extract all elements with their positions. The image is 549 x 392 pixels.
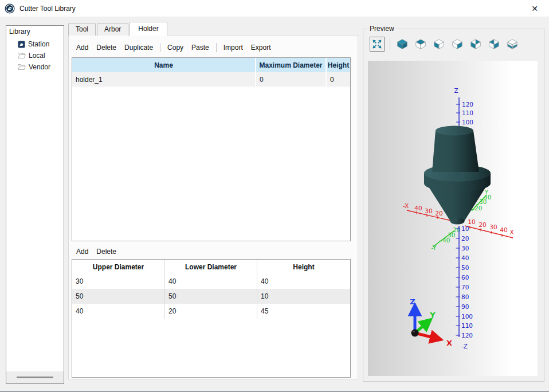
isometric-view-button[interactable] xyxy=(395,37,410,52)
sidebar-footer xyxy=(6,371,64,383)
preview-panel-label: Preview xyxy=(367,25,397,33)
z-tick-label: 10 xyxy=(461,225,469,232)
z-tick-label: 20 xyxy=(461,235,469,242)
library-tree: Station Local Vendor xyxy=(6,38,64,73)
table-row[interactable]: holder_1 0 0 xyxy=(72,72,350,88)
triad-y-label: Y xyxy=(429,311,436,319)
resize-grip[interactable] xyxy=(17,377,53,378)
holders-table: Name Maximum Diameter Height holder_1 0 … xyxy=(72,57,351,241)
table-row[interactable]: 50 50 10 xyxy=(72,289,350,304)
folder-icon xyxy=(18,52,26,59)
tab-tool[interactable]: Tool xyxy=(68,23,96,36)
y-axis-neg-label: -Y xyxy=(432,244,437,251)
add-holder-button[interactable]: Add xyxy=(72,42,92,53)
z-tick-label: 90 xyxy=(461,303,469,310)
bottom-view-button[interactable] xyxy=(505,37,520,52)
column-header-height: Height xyxy=(257,260,350,274)
sidebar-item-vendor[interactable]: Vendor xyxy=(6,61,64,73)
cell-holder-max-diameter[interactable]: 0 xyxy=(256,72,327,87)
copy-button[interactable]: Copy xyxy=(163,42,187,53)
segments-toolbar: Add Delete xyxy=(72,245,120,258)
sidebar-item-local[interactable]: Local xyxy=(6,50,64,61)
x-tick-label: 30 xyxy=(425,207,432,214)
top-view-icon xyxy=(414,38,427,50)
tab-arbor[interactable]: Arbor xyxy=(97,23,128,36)
triad-z-label: Z xyxy=(410,297,415,306)
z-tick-label: 110 xyxy=(461,322,473,329)
z-tick-label: 120 xyxy=(462,101,473,108)
y-tick-label: 40 xyxy=(484,194,491,201)
x-tick-label: 20 xyxy=(479,221,486,228)
x-tick-label: 40 xyxy=(500,226,507,233)
fit-view-icon xyxy=(371,38,383,50)
cell-upper-diameter[interactable]: 50 xyxy=(72,289,165,304)
z-tick-label: 110 xyxy=(462,109,473,116)
z-axis-label: Z xyxy=(454,87,458,94)
library-panel: Library Station Local xyxy=(6,25,64,384)
z-tick-label: 30 xyxy=(461,245,469,252)
close-button[interactable]: ✕ xyxy=(527,2,542,15)
cell-upper-diameter[interactable]: 40 xyxy=(72,304,165,319)
preview-viewport[interactable]: Z 120 110 100 -X 40 30 20 xyxy=(368,61,538,376)
toolbar-separator xyxy=(216,43,217,52)
delete-holder-button[interactable]: Delete xyxy=(92,42,120,53)
cell-height[interactable]: 40 xyxy=(257,274,350,289)
table-row[interactable]: 30 40 40 xyxy=(72,274,350,289)
tree-item-label: Vendor xyxy=(29,63,50,71)
back-view-button[interactable] xyxy=(487,37,501,52)
column-header-upper-diameter: Upper Diameter xyxy=(72,260,165,274)
duplicate-holder-button[interactable]: Duplicate xyxy=(120,42,157,53)
back-view-icon xyxy=(488,38,500,50)
x-tick-label: 40 xyxy=(414,205,422,211)
isometric-view-icon xyxy=(396,38,409,50)
x-tick-label: 20 xyxy=(435,210,442,217)
cell-holder-height[interactable]: 0 xyxy=(327,72,350,87)
holders-toolbar: Add Delete Duplicate Copy Paste Import E… xyxy=(72,41,274,54)
toolbar-separator xyxy=(390,38,390,50)
fit-view-button[interactable] xyxy=(370,37,385,52)
tab-bar: Tool Arbor Holder xyxy=(68,22,168,36)
cell-height[interactable]: 10 xyxy=(257,289,350,304)
z-tick-label: 100 xyxy=(462,119,473,126)
top-view-button[interactable] xyxy=(413,37,428,52)
preview-panel: Preview xyxy=(363,29,544,382)
cutter-tool-library-window: Cutter Tool Library ✕ Library Station Lo… xyxy=(0,0,549,392)
segments-table-header: Upper Diameter Lower Diameter Height xyxy=(72,260,350,274)
toolbar-separator xyxy=(160,43,160,52)
cell-lower-diameter[interactable]: 50 xyxy=(165,289,257,304)
z-axis-neg-label: -Z xyxy=(461,343,468,350)
front-view-icon xyxy=(433,38,445,50)
front-view-button[interactable] xyxy=(432,37,446,52)
import-button[interactable]: Import xyxy=(219,42,247,53)
holders-table-header: Name Maximum Diameter Height xyxy=(72,58,350,72)
z-tick-label: 100 xyxy=(461,313,473,320)
cell-holder-name[interactable]: holder_1 xyxy=(72,72,256,87)
column-header-maximum-diameter: Maximum Diameter xyxy=(256,58,327,72)
cell-lower-diameter[interactable]: 40 xyxy=(165,274,257,289)
add-segment-button[interactable]: Add xyxy=(72,246,92,257)
y-tick-label: 40 xyxy=(442,237,450,244)
table-row[interactable]: 40 20 45 xyxy=(72,304,350,319)
cell-height[interactable]: 45 xyxy=(257,304,350,319)
x-tick-label: 10 xyxy=(468,218,475,225)
z-tick-label: 120 xyxy=(461,332,473,339)
delete-segment-button[interactable]: Delete xyxy=(92,246,120,257)
right-view-button[interactable] xyxy=(450,37,465,52)
paste-button[interactable]: Paste xyxy=(187,42,213,53)
segments-table: Upper Diameter Lower Diameter Height 30 … xyxy=(72,259,351,378)
cell-lower-diameter[interactable]: 20 xyxy=(165,304,257,319)
z-tick-label: 50 xyxy=(461,264,469,271)
station-logo-icon xyxy=(18,41,25,48)
tab-holder[interactable]: Holder xyxy=(130,22,167,36)
z-tick-label: 60 xyxy=(461,274,469,281)
y-tick-label: 20 xyxy=(475,205,482,211)
right-view-icon xyxy=(451,38,464,50)
sidebar-item-station[interactable]: Station xyxy=(6,38,64,50)
export-button[interactable]: Export xyxy=(247,42,275,53)
x-axis-neg-label: -X xyxy=(403,202,409,209)
cell-upper-diameter[interactable]: 30 xyxy=(72,274,165,289)
left-view-button[interactable] xyxy=(468,37,483,52)
x-axis-label: X xyxy=(509,229,513,236)
library-panel-label: Library xyxy=(9,28,30,36)
tree-item-label: Station xyxy=(28,40,49,48)
